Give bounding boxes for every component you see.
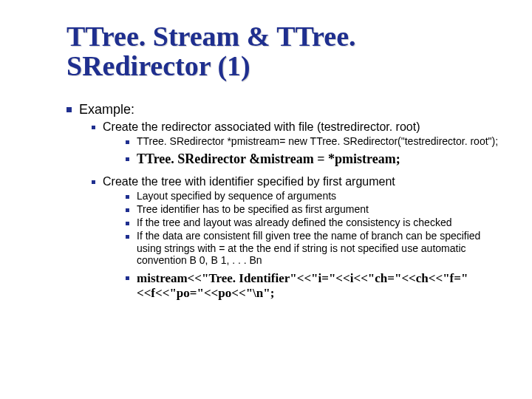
slide-title: TTree. Stream & TTree. SRedirector (1) <box>66 22 502 81</box>
bullet-code-mistream-ref: TTree. SRedirector &mistream = *pmistrea… <box>126 152 502 167</box>
bullet-text: Example: <box>79 102 134 117</box>
bullet-create-redirector: Create the redirector associated with fi… <box>92 120 502 134</box>
slide: TTree. Stream & TTree. SRedirector (1) E… <box>0 0 532 399</box>
square-bullet-icon <box>126 276 129 280</box>
square-bullet-icon <box>66 107 72 112</box>
bullet-code-mistream-stream: mistream<<"Tree. Identifier"<<"i="<<i<<"… <box>126 271 502 300</box>
square-bullet-icon <box>126 157 129 161</box>
square-bullet-icon <box>92 180 95 184</box>
bullet-text: TTree. SRedirector *pmistream= new TTree… <box>137 135 498 148</box>
bullet-text: Create the tree with identifier specifie… <box>103 175 395 188</box>
bullet-text: Create the redirector associated with fi… <box>103 120 420 134</box>
bullet-code-new-redirector: TTree. SRedirector *pmistream= new TTree… <box>126 135 502 148</box>
bullet-text: Layout specified by sequence of argument… <box>137 190 336 202</box>
square-bullet-icon <box>126 222 129 225</box>
bullet-text: If the data are consistent fill given tr… <box>137 230 502 267</box>
bullet-branch-naming: If the data are consistent fill given tr… <box>126 230 502 267</box>
bullet-consistency: If the tree and layout was already defin… <box>126 216 502 229</box>
bullet-tree-identifier: Tree identifier has to be specified as f… <box>126 203 502 216</box>
bullet-text: mistream<<"Tree. Identifier"<<"i="<<i<<"… <box>137 271 502 300</box>
bullet-text: If the tree and layout was already defin… <box>137 216 451 229</box>
bullet-layout-seq: Layout specified by sequence of argument… <box>126 190 502 202</box>
square-bullet-icon <box>92 126 95 129</box>
bullet-example: Example: <box>66 102 502 117</box>
bullet-create-tree: Create the tree with identifier specifie… <box>92 175 502 188</box>
square-bullet-icon <box>126 235 129 239</box>
square-bullet-icon <box>126 208 129 212</box>
square-bullet-icon <box>126 140 129 144</box>
bullet-text: Tree identifier has to be specified as f… <box>137 203 369 216</box>
square-bullet-icon <box>126 195 129 199</box>
bullet-text: TTree. SRedirector &mistream = *pmistrea… <box>137 152 400 167</box>
